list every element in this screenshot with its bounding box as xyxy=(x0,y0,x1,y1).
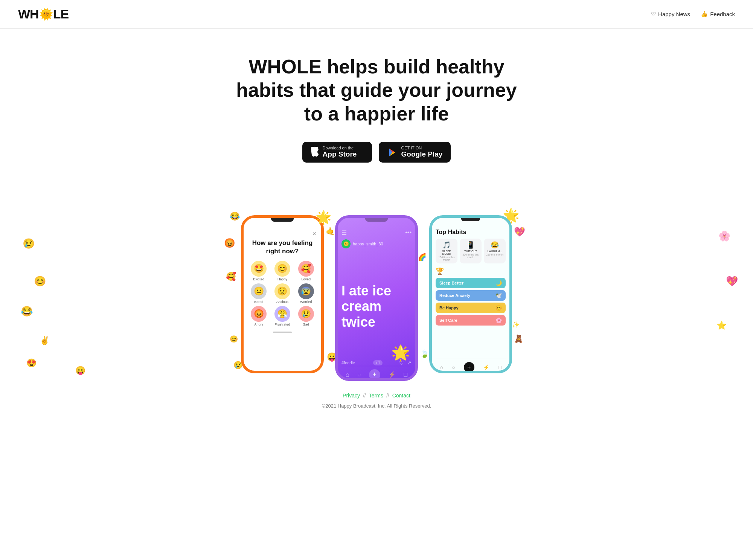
emoji-bored-label: Bored xyxy=(254,300,263,304)
emoji-grid: 🤩 Excited 😊 Happy 🥰 Loved 😐 Bored xyxy=(248,261,317,326)
contact-link[interactable]: Contact xyxy=(392,393,410,399)
self-care-label: Self Care xyxy=(439,318,457,323)
deco-hand: 🤙 xyxy=(326,227,335,236)
habit-sleep-better[interactable]: Sleep Better 🌙 xyxy=(436,278,506,288)
emoji-sad-circle: 😢 xyxy=(298,306,314,322)
phone3-top-habits: 🎵 SLEEP MUSIC 134 times this month 📱 TIM… xyxy=(436,239,506,263)
activity-nav-icon[interactable]: ⚡ xyxy=(388,371,396,378)
laugh-count: 216 this month xyxy=(486,253,503,256)
deco-float-6: 😢 xyxy=(233,361,243,370)
footer: Privacy // Terms // Contact ©2021 Happy … xyxy=(0,381,753,424)
phone2-topbar: ☰ ••• xyxy=(341,229,412,236)
logo-text-left: WH xyxy=(18,7,39,21)
be-happy-emoji: 😊 xyxy=(495,305,502,311)
phone3-title: Top Habits xyxy=(436,229,506,236)
emoji-angry-circle: 😡 xyxy=(251,306,267,322)
phones-section: 😢 😊 😂 ✌️ 😍 😛 🌟 🤙 ✕ How are you feeling r… xyxy=(0,200,753,381)
feedback-link[interactable]: 👍 Feedback xyxy=(701,11,735,18)
phone2-avatar: 🙂 xyxy=(341,239,351,248)
close-icon: ✕ xyxy=(312,231,317,237)
search-nav-icon[interactable]: ○ xyxy=(357,371,361,378)
sleep-better-label: Sleep Better xyxy=(439,281,463,285)
deco-right-1: 🌸 xyxy=(718,230,730,242)
deco-float-3: 🥰 xyxy=(226,272,236,282)
search-icon-phone3[interactable]: ○ xyxy=(452,364,455,370)
phone1-inner: ✕ How are you feeling right now? 🤩 Excit… xyxy=(244,224,321,373)
hamburger-icon: ☰ xyxy=(341,229,347,236)
emoji-happy: 😊 Happy xyxy=(272,261,293,281)
appstore-button[interactable]: Download on the App Store xyxy=(302,142,372,163)
phone2-sun-icon: 🌟 xyxy=(391,344,410,362)
emoji-frustrated: 😤 Frustrated xyxy=(272,306,293,326)
phone2-notch xyxy=(365,218,388,222)
habit-reduce-anxiety[interactable]: Reduce Anxiety 🕊️ xyxy=(436,290,506,301)
emoji-bored-circle: 😐 xyxy=(251,283,267,299)
emoji-angry: 😡 Angry xyxy=(248,306,270,326)
phone2-plus-count: +1 xyxy=(373,360,383,365)
habit-time-out: 📱 TIME OUT 220 times this month xyxy=(460,239,482,263)
nav-links: ♡ Happy News 👍 Feedback xyxy=(651,11,735,18)
emoji-anxious-label: Anxious xyxy=(276,300,288,304)
hero-title: WHOLE helps build healthy habits that gu… xyxy=(230,55,523,125)
trophy-row: 🏆 xyxy=(436,267,506,275)
sleep-better-emoji: 🌙 xyxy=(495,280,502,286)
emoji-worried: 😰 Worried xyxy=(295,283,317,304)
phone1-topbar: ✕ xyxy=(248,231,317,237)
home-nav-icon[interactable]: ⌂ xyxy=(346,371,349,378)
deco-heart: 💖 xyxy=(514,227,525,237)
add-btn-phone3[interactable]: + xyxy=(464,362,474,373)
happy-news-label: Happy News xyxy=(658,11,690,17)
appstore-text: Download on the App Store xyxy=(323,146,357,159)
laugh-icon: 😂 xyxy=(491,241,499,249)
emoji-happy-circle: 😊 xyxy=(274,261,290,277)
profile-nav-icon[interactable]: □ xyxy=(404,371,408,378)
profile-icon-phone3[interactable]: □ xyxy=(498,364,501,370)
more-icon: ••• xyxy=(405,229,412,236)
privacy-link[interactable]: Privacy xyxy=(343,393,360,399)
deco-float-1: 😂 xyxy=(230,212,240,221)
apple-icon xyxy=(311,147,319,158)
phone1-frame: ✕ How are you feeling right now? 🤩 Excit… xyxy=(241,215,324,373)
phone2-user-row: 🙂 happy_smith_30 xyxy=(341,239,412,248)
emoji-frustrated-label: Frustrated xyxy=(274,323,290,326)
emoji-loved-circle: 🥰 xyxy=(298,261,314,277)
habit-self-care[interactable]: Self Care 🌸 xyxy=(436,315,506,326)
logo-text-right: LE xyxy=(53,7,69,21)
deco-right-3: ⭐ xyxy=(716,321,727,330)
happy-news-link[interactable]: ♡ Happy News xyxy=(651,11,690,18)
habit-be-happy[interactable]: Be Happy 😊 xyxy=(436,303,506,313)
time-out-icon: 📱 xyxy=(466,241,475,249)
feedback-label: Feedback xyxy=(710,11,735,17)
trophy-icon: 🏆 xyxy=(436,267,444,275)
sleep-music-icon: 🎵 xyxy=(442,241,451,249)
emoji-sad-label: Sad xyxy=(303,323,309,326)
habit-sleep-music: 🎵 SLEEP MUSIC 134 times this month xyxy=(436,239,457,263)
deco-float-2: 😡 xyxy=(224,238,235,248)
deco-right-2: 💖 xyxy=(726,275,738,287)
phone2-hashtag: #foodie xyxy=(341,361,355,365)
phone3-bottombar: ⌂ ○ + ⚡ □ xyxy=(436,359,506,373)
emoji-worried-label: Worried xyxy=(300,300,312,304)
emoji-bored: 😐 Bored xyxy=(248,283,270,304)
emoji-angry-label: Angry xyxy=(255,323,264,326)
logo[interactable]: WH 🌞 LE xyxy=(18,7,69,21)
logo-sun-icon: 🌞 xyxy=(39,9,53,20)
emoji-loved: 🥰 Loved xyxy=(295,261,317,281)
emoji-frustrated-circle: 😤 xyxy=(274,306,290,322)
phone1-container: 🌟 🤙 ✕ How are you feeling right now? 🤩 E… xyxy=(241,215,324,373)
reduce-anxiety-label: Reduce Anxiety xyxy=(439,293,470,298)
emoji-loved-label: Loved xyxy=(301,277,311,281)
home-icon-phone3[interactable]: ⌂ xyxy=(440,364,443,370)
activity-icon-phone3[interactable]: ⚡ xyxy=(483,364,489,370)
deco-emoji-sad: 😢 xyxy=(23,238,35,250)
googleplay-button[interactable]: GET IT ON Google Play xyxy=(379,142,451,163)
add-nav-button[interactable]: + xyxy=(369,369,380,380)
hero-section: WHOLE helps build healthy habits that gu… xyxy=(0,29,753,200)
deco-emoji-tongue: 😛 xyxy=(75,366,85,376)
googleplay-large-label: Google Play xyxy=(401,150,443,159)
terms-link[interactable]: Terms xyxy=(369,393,383,399)
time-out-count: 220 times this month xyxy=(462,253,479,259)
self-care-emoji: 🌸 xyxy=(495,317,502,323)
copyright-text: ©2021 Happy Broadcast, Inc. All Rights R… xyxy=(15,403,738,409)
emoji-excited: 🤩 Excited xyxy=(248,261,270,281)
